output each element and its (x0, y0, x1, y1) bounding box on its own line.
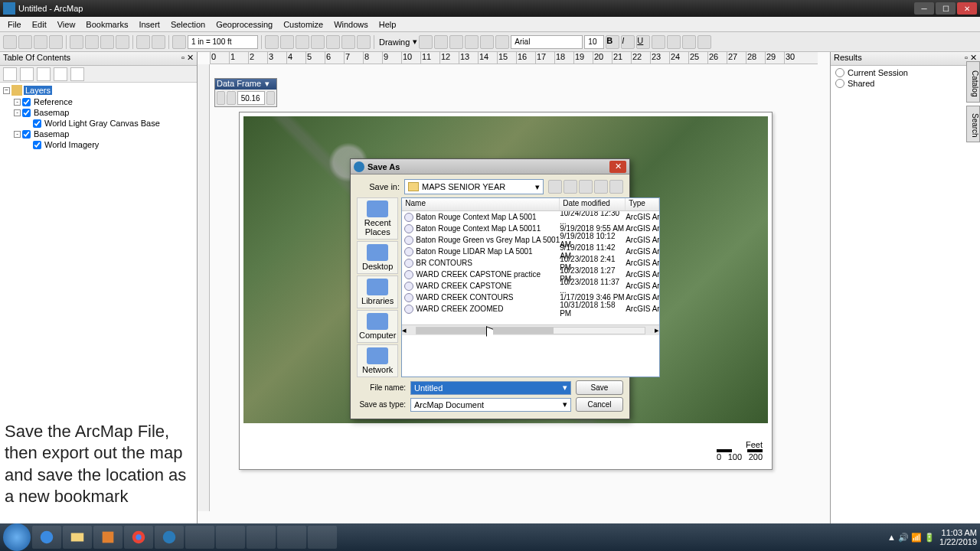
layer-checkbox[interactable] (22, 130, 31, 139)
task-app2[interactable] (216, 526, 245, 549)
expand-icon[interactable]: - (14, 131, 21, 138)
menu-customize[interactable]: Customize (279, 18, 328, 31)
modelbuilder-icon[interactable] (357, 35, 371, 49)
catalog-icon[interactable] (296, 35, 309, 49)
underline-icon[interactable]: U (636, 35, 650, 49)
file-row[interactable]: WARD CREEK CAPSTONE10/23/2018 11:37 ...A… (402, 280, 659, 292)
paste-icon[interactable] (100, 35, 114, 49)
savetype-combo[interactable]: ArcMap Document▾ (410, 398, 571, 412)
col-name[interactable]: Name (402, 198, 560, 210)
layer-label[interactable]: Basemap (32, 129, 70, 139)
select-element-icon[interactable] (419, 35, 433, 49)
toc-root[interactable]: Layers (24, 86, 52, 95)
task-app5[interactable] (308, 526, 337, 549)
filename-input[interactable]: Untitled▾ (410, 381, 571, 395)
marker-icon[interactable] (465, 35, 479, 49)
place-libraries[interactable]: Libraries (357, 276, 398, 308)
place-network[interactable]: Network (357, 344, 398, 377)
menu-windows[interactable]: Windows (329, 18, 373, 31)
back-nav-icon[interactable] (548, 180, 562, 194)
copy-icon[interactable] (85, 35, 99, 49)
place-computer[interactable]: Computer (357, 310, 398, 343)
rotate-df-icon[interactable] (217, 91, 225, 105)
markercolor-icon[interactable] (697, 35, 711, 49)
flip-icon[interactable] (266, 91, 275, 105)
results-item[interactable]: Current Session (848, 68, 908, 77)
col-type[interactable]: Type (626, 198, 659, 210)
delete-icon[interactable] (116, 35, 129, 49)
horizontal-scrollbar[interactable]: ◂▸ (402, 324, 659, 335)
task-app4[interactable] (277, 526, 306, 549)
layer-label[interactable]: Reference (32, 97, 74, 106)
search-icon[interactable] (311, 35, 325, 49)
linecolor-icon[interactable] (682, 35, 696, 49)
layer-label[interactable]: Basemap (32, 108, 70, 117)
menu-insert[interactable]: Insert (134, 18, 165, 31)
toc-list-by-drawing-icon[interactable] (3, 67, 17, 81)
layer-checkbox[interactable] (22, 109, 31, 117)
toc-pin-icon[interactable]: ▫ ✕ (181, 53, 194, 64)
task-ie[interactable] (32, 526, 61, 549)
font-input[interactable] (511, 35, 583, 49)
layer-checkbox[interactable] (33, 141, 41, 149)
maximize-button[interactable]: ☐ (936, 2, 956, 15)
task-app1[interactable] (185, 526, 214, 549)
menu-file[interactable]: File (3, 18, 26, 31)
fontsize-input[interactable] (584, 35, 604, 49)
file-row[interactable]: WARD CREEK ZOOMED10/31/2018 1:58 PMArcGI… (402, 303, 659, 315)
close-button[interactable]: ✕ (957, 2, 977, 15)
save-icon[interactable] (34, 35, 47, 49)
place-recent[interactable]: Recent Places (357, 197, 398, 240)
add-data-icon[interactable] (172, 35, 186, 49)
toc-options-icon[interactable] (70, 67, 84, 81)
expand-icon[interactable]: - (14, 109, 21, 116)
cancel-button[interactable]: Cancel (576, 397, 623, 412)
clear-rotation-icon[interactable] (227, 91, 235, 105)
task-arcmap[interactable] (155, 526, 184, 549)
file-row[interactable]: Baton Rouge Context Map LA 500110/24/201… (402, 211, 659, 223)
fontcolor-icon[interactable] (652, 35, 665, 49)
task-chrome[interactable] (124, 526, 153, 549)
start-button[interactable] (3, 523, 31, 551)
menu-bookmarks[interactable]: Bookmarks (81, 18, 132, 31)
toc-icon[interactable] (280, 35, 294, 49)
menu-view[interactable]: View (53, 18, 80, 31)
rotation-input[interactable] (237, 91, 265, 105)
redo-icon[interactable] (152, 35, 165, 49)
savein-combo[interactable]: MAPS SENIOR YEAR ▾ (404, 179, 544, 194)
toc-list-by-visibility-icon[interactable] (37, 67, 51, 81)
tray-clock[interactable]: 11:03 AM1/22/2019 (939, 528, 977, 546)
text-icon[interactable] (449, 35, 463, 49)
menu-geoprocessing[interactable]: Geoprocessing (211, 18, 277, 31)
layer-checkbox[interactable] (22, 98, 31, 106)
rectangle-icon[interactable] (434, 35, 448, 49)
place-desktop[interactable]: Desktop (357, 241, 398, 274)
data-frame-tools-toolbar[interactable]: Data Frame Tools▾ ✕ (214, 78, 277, 107)
search-tab[interactable]: Search (966, 106, 980, 142)
task-explorer[interactable] (63, 526, 92, 549)
cut-icon[interactable] (70, 35, 83, 49)
layer-checkbox[interactable] (33, 119, 41, 128)
view-menu-icon[interactable] (594, 180, 608, 194)
new-folder-icon[interactable] (579, 180, 593, 194)
tray-icons[interactable]: ▲ 🔊 📶 🔋 (887, 533, 935, 543)
up-one-level-icon[interactable] (564, 180, 577, 194)
editor-toolbar-icon[interactable] (265, 35, 279, 49)
polygon-icon[interactable] (495, 35, 509, 49)
layer-label[interactable]: World Light Gray Canvas Base (43, 119, 162, 128)
task-app3[interactable] (247, 526, 276, 549)
expand-icon[interactable]: − (3, 87, 10, 94)
minimize-button[interactable]: ─ (914, 2, 934, 15)
toc-list-by-selection-icon[interactable] (54, 67, 67, 81)
drawing-label[interactable]: Drawing (377, 37, 411, 47)
catalog-tab[interactable]: Catalog (966, 61, 980, 103)
line-icon[interactable] (480, 35, 494, 49)
undo-icon[interactable] (136, 35, 150, 49)
save-button[interactable]: Save (576, 380, 623, 395)
expand-icon[interactable]: - (14, 99, 21, 106)
tools-icon[interactable] (609, 180, 623, 194)
print-icon[interactable] (49, 35, 63, 49)
menu-selection[interactable]: Selection (166, 18, 210, 31)
fillcolor-icon[interactable] (667, 35, 681, 49)
col-date[interactable]: Date modified (560, 198, 626, 210)
